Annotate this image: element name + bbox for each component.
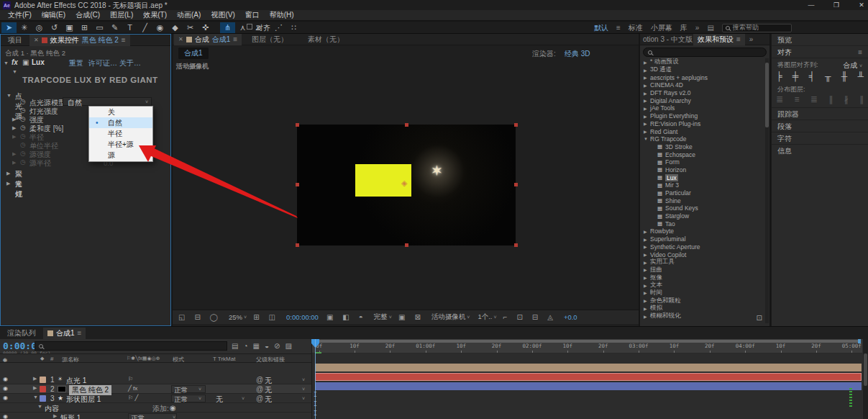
- effects-list-item[interactable]: ▶ Plugin Everything: [640, 112, 765, 120]
- tab-footage[interactable]: 素材（无）: [298, 35, 354, 45]
- effects-list-item[interactable]: ▦ Horizon: [640, 166, 765, 174]
- distribute-button-icon[interactable]: ≡: [794, 94, 799, 104]
- effects-list-item[interactable]: ▶ jAe Tools: [640, 104, 765, 112]
- panel-grid-icon[interactable]: ▤: [707, 24, 713, 32]
- viewer-toolbar-item[interactable]: +0.0: [562, 313, 579, 321]
- effects-list-item[interactable]: ▦ Starglow: [640, 212, 765, 220]
- selection-handle[interactable]: [405, 123, 408, 127]
- dropdown-option[interactable]: 半径: [89, 128, 152, 139]
- snap-icon[interactable]: ⋰: [271, 22, 286, 33]
- contents-row[interactable]: ▼ 内容 添加: ◉: [0, 403, 311, 413]
- tab-composition[interactable]: ✕ 合成 合成1 ≡: [174, 34, 242, 45]
- expander-icon[interactable]: ▼: [4, 60, 9, 66]
- roto-brush-tool[interactable]: ✂: [183, 22, 198, 33]
- expander-icon[interactable]: ▶: [644, 68, 650, 73]
- layer-row-3[interactable]: ◉ ▼ 3 ★ 形状图层 1 ⚐ ╱ 正常 ˅ 无 ˅ @ 无 ˅: [0, 394, 311, 403]
- viewer-toolbar-item[interactable]: 活动摄像机 ˅: [430, 312, 470, 322]
- expander-icon[interactable]: ▶: [6, 181, 10, 186]
- tab-render-queue[interactable]: 渲染队列: [0, 328, 43, 338]
- panel-menu-icon[interactable]: ≡: [858, 46, 862, 58]
- panel-menu-icon[interactable]: ≡: [122, 36, 126, 44]
- anchor-point-icon[interactable]: ◈: [401, 179, 407, 188]
- timeline-toggle-icon[interactable]: ▨: [285, 342, 291, 350]
- align-button-icon[interactable]: ╫: [841, 71, 848, 81]
- expander-icon[interactable]: ▶: [33, 385, 37, 391]
- timeline-search-box[interactable]: [35, 341, 227, 351]
- pen-tool[interactable]: ✎: [107, 22, 122, 33]
- panel-menu-icon[interactable]: ≡: [78, 329, 82, 337]
- puppet-pin-tool[interactable]: ✜: [198, 22, 213, 33]
- eye-icon[interactable]: ◉: [3, 413, 8, 419]
- expander-icon[interactable]: ▶: [644, 244, 650, 249]
- menu-item[interactable]: 编辑(E): [37, 10, 70, 20]
- viewer-toolbar-item[interactable]: ⊞: [253, 313, 262, 321]
- expander-icon[interactable]: ▶: [644, 121, 650, 126]
- expander-icon[interactable]: ▶: [12, 151, 16, 157]
- menu-item[interactable]: 效果(T): [138, 10, 172, 20]
- selection-handle[interactable]: [514, 243, 518, 247]
- align-button-icon[interactable]: ╪: [792, 71, 799, 81]
- pickwhip-icon[interactable]: @: [256, 376, 263, 384]
- selection-handle[interactable]: [296, 183, 299, 186]
- align-to-dropdown[interactable]: 合成 ˅: [843, 60, 862, 71]
- layer-bar-solid[interactable]: [315, 373, 862, 381]
- workspace-library[interactable]: 库: [680, 23, 687, 33]
- parent-link-column[interactable]: 父级和链接: [256, 356, 285, 364]
- effects-list-item[interactable]: ▦ 3D Stroke: [640, 143, 765, 151]
- stopwatch-icon[interactable]: ◷: [20, 124, 26, 131]
- expander-icon[interactable]: ▶: [644, 114, 650, 119]
- type-tool[interactable]: T: [122, 22, 137, 33]
- viewer-toolbar-item[interactable]: ⊠: [414, 313, 423, 321]
- effects-list-item[interactable]: ▦ Lux: [640, 174, 765, 181]
- label-column-icon[interactable]: ◆: [40, 356, 44, 361]
- scrollbar-thumb[interactable]: [765, 63, 769, 127]
- effects-list-item[interactable]: ▦ Tao: [640, 220, 765, 227]
- effects-list-item[interactable]: ▶ Synthetic Aperture: [640, 243, 765, 251]
- workspace-default[interactable]: 默认: [594, 23, 608, 33]
- viewer-toolbar-item[interactable]: 0:00:00:00: [285, 313, 320, 321]
- source-name-column[interactable]: 源名称: [62, 356, 79, 364]
- clone-stamp-tool[interactable]: ◉: [152, 22, 168, 33]
- close-icon[interactable]: ✕: [178, 36, 183, 42]
- viewer-toolbar-item[interactable]: ⌐: [503, 313, 511, 321]
- expander-icon[interactable]: ▶: [644, 98, 650, 103]
- timeline-toggle-icon[interactable]: ▦: [253, 342, 260, 350]
- layer-label-swatch[interactable]: [40, 395, 46, 402]
- layer-row-2-selected[interactable]: ◉ ▶ 2 黑色 纯色 2 ╱ fx 正常 ˅ @ 无 ˅: [0, 384, 311, 394]
- rotate-tool[interactable]: ↺: [47, 22, 62, 33]
- menu-item[interactable]: 视图(V): [206, 10, 239, 20]
- blend-mode-dropdown[interactable]: 正常: [128, 413, 177, 419]
- distribute-button-icon[interactable]: ≣: [810, 94, 818, 104]
- viewer-toolbar-item[interactable]: 1个.. ˅: [476, 312, 496, 322]
- layer-switches[interactable]: ╱ fx: [128, 385, 137, 392]
- shape-group-name[interactable]: 矩形 1: [60, 413, 81, 419]
- eraser-tool[interactable]: ◆: [168, 22, 183, 33]
- effects-list-item[interactable]: ▶ Digital Anarchy: [640, 96, 765, 104]
- time-ruler[interactable]: 0f10f20f01:00f10f20f02:00f10f20f03:00f10…: [312, 339, 862, 353]
- scrollbar-thumb[interactable]: [864, 353, 867, 386]
- hand-tool[interactable]: ✳: [17, 22, 32, 33]
- renderer-value[interactable]: 经典 3D: [565, 49, 590, 59]
- expander-icon[interactable]: ▶: [644, 275, 650, 280]
- expander-icon[interactable]: ▼: [12, 69, 17, 74]
- tab-layer[interactable]: 图层（无）: [242, 35, 298, 45]
- timeline-toggle-icon[interactable]: ▤: [232, 342, 238, 350]
- expander-icon[interactable]: ▶: [644, 290, 650, 295]
- tab-motion-script[interactable]: otion 3 - 中文版: [640, 35, 693, 45]
- timeline-toggle-icon[interactable]: ◔: [243, 342, 247, 350]
- expander-icon[interactable]: ▶: [644, 260, 650, 265]
- effects-list-item[interactable]: ▶ Red Giant: [640, 127, 765, 135]
- distribute-button-icon[interactable]: ≣: [776, 94, 783, 104]
- viewer-toolbar-item[interactable]: ▣: [326, 313, 336, 321]
- align-button-icon[interactable]: ╨: [857, 71, 864, 81]
- effects-list-item[interactable]: ▶ 3D 通道: [640, 66, 765, 74]
- distribute-button-icon[interactable]: ∥: [828, 94, 833, 104]
- panel-align[interactable]: 对齐 ≡: [772, 46, 868, 58]
- effects-scrollbar[interactable]: [765, 58, 769, 323]
- panel-menu-icon[interactable]: ≡: [736, 35, 741, 43]
- collapsed-panel-tab[interactable]: 段落: [772, 120, 868, 132]
- collapsed-panel-tab[interactable]: 信息: [772, 144, 868, 156]
- about-link[interactable]: 关于…: [119, 58, 141, 68]
- selection-handle[interactable]: [296, 123, 299, 127]
- camera-tool[interactable]: ▣: [62, 22, 77, 33]
